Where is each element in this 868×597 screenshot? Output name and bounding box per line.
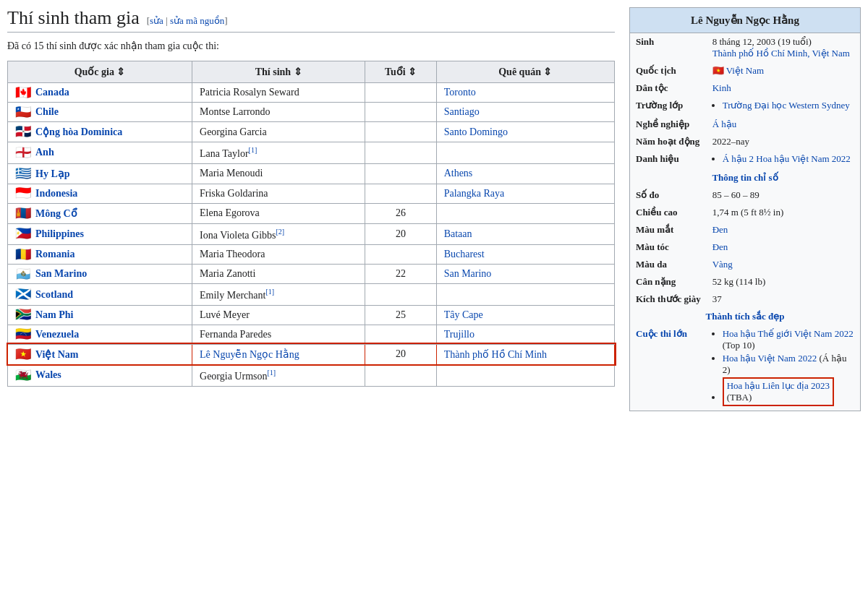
country-link[interactable]: Scotland bbox=[35, 289, 73, 301]
table-row: 🏴󠁧󠁢󠁳󠁣󠁴󠁿ScotlandEmily Merchant[1] bbox=[8, 284, 615, 306]
flag-icon: 🇵🇭 bbox=[15, 228, 31, 239]
flag-icon: 🇬🇷 bbox=[15, 168, 31, 179]
flag-icon: 🇿🇦 bbox=[15, 309, 31, 320]
country-cell: 🇸🇲San Marino bbox=[8, 265, 192, 284]
contestant-cell: Maria Zanotti bbox=[192, 265, 365, 284]
country-cell: 🇻🇪Venezuela bbox=[8, 325, 192, 344]
hometown-cell: Thành phố Hồ Chí Minh bbox=[436, 344, 614, 364]
hometown-cell: Athens bbox=[436, 163, 614, 184]
hometown-cell: Bucharest bbox=[436, 245, 614, 265]
school-item: Trường Đại học Western Sydney bbox=[723, 100, 854, 111]
city-link[interactable]: Santo Domingo bbox=[444, 126, 508, 137]
ethnicity-link[interactable]: Kinh bbox=[712, 82, 731, 93]
city-link[interactable]: Toronto bbox=[444, 87, 476, 98]
age-cell bbox=[365, 364, 436, 386]
country-link[interactable]: Anh bbox=[35, 147, 54, 158]
infobox-value: 🇻🇳 Việt Nam bbox=[707, 62, 860, 80]
footnote: [1] bbox=[265, 288, 274, 296]
contestant-cell: Lê Nguyễn Ngọc Hằng bbox=[192, 344, 365, 364]
country-link[interactable]: Việt Nam bbox=[35, 348, 78, 361]
edit-link[interactable]: sửa bbox=[150, 15, 163, 26]
achievement-row: Cuộc thi lớnHoa hậu Thế giới Việt Nam 20… bbox=[630, 325, 860, 411]
col-age[interactable]: Tuổi ⇕ bbox=[365, 61, 436, 83]
age-cell bbox=[365, 142, 436, 164]
city-link[interactable]: San Marino bbox=[444, 268, 492, 279]
col-country[interactable]: Quốc gia ⇕ bbox=[8, 61, 192, 83]
contestant-cell: Luvé Meyer bbox=[192, 305, 365, 325]
hometown-cell bbox=[436, 142, 614, 164]
country-cell: 🇨🇦Canada bbox=[8, 83, 192, 103]
achievement-link[interactable]: Hoa hậu Thế giới Việt Nam 2022 bbox=[723, 328, 854, 339]
hometown-cell: Palangka Raya bbox=[436, 184, 614, 203]
country-link[interactable]: Nam Phi bbox=[35, 309, 74, 321]
country-link[interactable]: Hy Lạp bbox=[35, 168, 70, 180]
contestant-cell: Patricia Rosalyn Seward bbox=[192, 83, 365, 103]
country-cell: 🇩🇴Cộng hòa Dominica bbox=[8, 122, 192, 142]
measurement-label: Màu da bbox=[630, 256, 707, 273]
measurement-label: Cân nặng bbox=[630, 273, 707, 291]
country-link[interactable]: San Marino bbox=[35, 268, 87, 280]
city-link[interactable]: Palangka Raya bbox=[444, 188, 505, 199]
school-link[interactable]: Trường Đại học Western Sydney bbox=[723, 100, 850, 111]
country-link[interactable]: Indonesia bbox=[35, 188, 77, 199]
contestant-cell: Georgina Garcia bbox=[192, 122, 365, 142]
age-cell bbox=[365, 122, 436, 142]
achievements-header-row: Thành tích sắc đẹp bbox=[630, 308, 860, 325]
flag-icon: 🇮🇩 bbox=[15, 188, 31, 199]
infobox-label: Danh hiệu bbox=[630, 150, 707, 169]
infobox-label: Sinh bbox=[630, 33, 707, 62]
contestant-cell: Montse Larrondo bbox=[192, 103, 365, 122]
country-link[interactable]: Mông Cổ bbox=[35, 207, 77, 220]
country-link[interactable]: Romania bbox=[35, 249, 75, 260]
age-cell bbox=[365, 325, 436, 344]
flag-icon: 🇻🇪 bbox=[15, 329, 31, 340]
infobox-label: Trường lớp bbox=[630, 97, 707, 116]
hometown-cell bbox=[436, 203, 614, 223]
country-link[interactable]: Cộng hòa Dominica bbox=[35, 126, 122, 138]
country-link[interactable]: Chile bbox=[35, 106, 59, 118]
country-link[interactable]: Venezuela bbox=[35, 329, 79, 340]
measurements-header-row: Thông tin chỉ số bbox=[630, 169, 860, 186]
col-hometown[interactable]: Quê quán ⇕ bbox=[436, 61, 614, 83]
color-link[interactable]: Đen bbox=[712, 224, 728, 235]
title-link[interactable]: Á hậu 2 Hoa hậu Việt Nam 2022 bbox=[723, 153, 851, 164]
city-link[interactable]: Thành phố Hồ Chí Minh bbox=[444, 349, 547, 360]
major-competitions-link[interactable]: Cuộc thi lớn bbox=[636, 328, 687, 339]
highlighted-achievement-link[interactable]: Hoa hậu Liên lục địa 2023 bbox=[727, 380, 830, 391]
hometown-cell bbox=[436, 364, 614, 386]
table-row: 🇻🇪VenezuelaFernanda ParedesTrujillo bbox=[8, 325, 615, 344]
infobox-row: Năm hoạt động2022–nay bbox=[630, 133, 860, 150]
measurement-value: Đen bbox=[707, 239, 860, 256]
city-link[interactable]: Bucharest bbox=[444, 249, 485, 259]
city-link[interactable]: Santiago bbox=[444, 106, 480, 117]
country-link[interactable]: Wales bbox=[35, 369, 61, 381]
country-cell: 🇨🇱Chile bbox=[8, 103, 192, 122]
color-link[interactable]: Đen bbox=[712, 241, 728, 252]
city-link[interactable]: Tây Cape bbox=[444, 309, 483, 320]
col-contestant[interactable]: Thí sinh ⇕ bbox=[192, 61, 365, 83]
occupation-link[interactable]: Á hậu bbox=[712, 119, 737, 129]
country-link[interactable]: Canada bbox=[35, 87, 69, 98]
city-link[interactable]: Athens bbox=[444, 168, 473, 179]
color-link[interactable]: Vàng bbox=[712, 259, 733, 270]
measurements-header-link[interactable]: Thông tin chỉ số bbox=[712, 172, 778, 183]
city-link[interactable]: Bataan bbox=[444, 228, 472, 239]
flag-icon: 🇷🇴 bbox=[15, 249, 31, 260]
birth-location-link[interactable]: Thành phố Hồ Chí Minh, Việt Nam bbox=[712, 48, 850, 59]
nationality-link[interactable]: Việt Nam bbox=[726, 65, 764, 76]
flag-icon: 🇸🇲 bbox=[15, 269, 31, 280]
country-link[interactable]: Philippines bbox=[35, 228, 84, 240]
achievement-link[interactable]: Hoa hậu Việt Nam 2022 bbox=[723, 353, 817, 364]
infobox-value: Á hậu bbox=[707, 116, 860, 133]
flag-icon: 🇩🇴 bbox=[15, 126, 31, 137]
country-cell: 🇵🇭Philippines bbox=[8, 223, 192, 245]
infobox-value: Trường Đại học Western Sydney bbox=[707, 97, 860, 116]
age-cell: 26 bbox=[365, 203, 436, 223]
measurement-row: Cân nặng52 kg (114 lb) bbox=[630, 273, 860, 291]
edit-source-link[interactable]: sửa mã nguồn bbox=[170, 15, 224, 26]
city-link[interactable]: Trujillo bbox=[444, 329, 475, 340]
table-row: 🇿🇦Nam PhiLuvé Meyer25Tây Cape bbox=[8, 305, 615, 325]
infobox-row: Nghề nghiệpÁ hậu bbox=[630, 116, 860, 133]
contestant-cell: Maria Menoudi bbox=[192, 163, 365, 184]
country-cell: 🇿🇦Nam Phi bbox=[8, 305, 192, 325]
